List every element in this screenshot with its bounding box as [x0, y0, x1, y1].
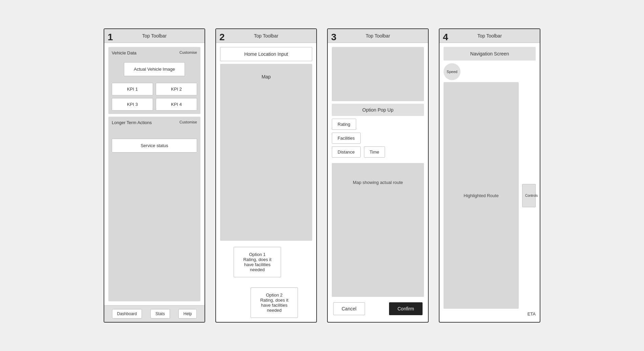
top-map-area-3	[332, 47, 424, 101]
option-2-card[interactable]: Option 2Rating, does ithave facilitiesne…	[251, 287, 298, 318]
screen-number-2: 2	[219, 32, 225, 43]
screen-2: 2 Top Toolbar Home Location Input Map Op…	[215, 28, 317, 323]
map-route-box: Map showing actual route	[332, 163, 424, 297]
screen-3: 3 Top Toolbar Option Pop Up Rating Facil…	[327, 28, 429, 323]
top-toolbar-4: Top Toolbar	[439, 29, 540, 43]
service-status-box: Service status	[112, 139, 197, 153]
screen-2-body: Home Location Input Map Option 1Rating, …	[216, 43, 316, 322]
longer-term-section: Longer Term Actions Customise Service st…	[108, 117, 200, 301]
eta-label: ETA	[444, 310, 536, 318]
home-location-input[interactable]: Home Location Input	[220, 47, 312, 61]
facilities-button[interactable]: Facilities	[332, 133, 361, 144]
option-1-card[interactable]: Option 1Rating, does ithave facilitiesne…	[234, 247, 281, 277]
vehicle-customise-link[interactable]: Customise	[179, 50, 197, 54]
screen-3-body: Option Pop Up Rating Facilities Distance…	[328, 43, 428, 322]
vehicle-data-section: Vehicle Data Customise Actual Vehicle Im…	[108, 47, 200, 114]
option-popup-bar: Option Pop Up	[332, 104, 424, 116]
bottom-nav: Dashboard Stats Help	[104, 305, 205, 322]
option-2-label: Option 2Rating, does ithave facilitiesne…	[260, 292, 288, 313]
distance-button[interactable]: Distance	[332, 146, 361, 158]
highlighted-route-label: Highlighted Route	[464, 193, 498, 198]
kpi-3: KPI 3	[112, 98, 153, 111]
top-toolbar-3: Top Toolbar	[328, 29, 428, 43]
nav-map-area: Highlighted Route	[444, 82, 519, 309]
option-1-label: Option 1Rating, does ithave facilitiesne…	[243, 252, 271, 272]
kpi-4: KPI 4	[156, 98, 197, 111]
map-area-2: Map	[220, 64, 312, 241]
screen-4: 4 Top Toolbar Navigation Screen Speed Hi…	[439, 28, 540, 323]
kpi-grid: KPI 1 KPI 2 KPI 3 KPI 4	[112, 83, 197, 111]
longer-customise-link[interactable]: Customise	[179, 120, 197, 124]
screen-number-4: 4	[443, 32, 448, 43]
action-row: Cancel Confirm	[332, 300, 424, 318]
screen-1: 1 Top Toolbar Vehicle Data Customise Act…	[104, 28, 205, 323]
screen-number-3: 3	[331, 32, 337, 43]
help-button[interactable]: Help	[178, 309, 197, 319]
controls-box[interactable]: Controls	[522, 184, 536, 207]
top-toolbar-1: Top Toolbar	[104, 29, 205, 43]
stats-button[interactable]: Stats	[150, 309, 170, 319]
navigation-screen-box: Navigation Screen	[444, 47, 536, 61]
screen-4-body: Navigation Screen Speed Highlighted Rout…	[439, 43, 540, 322]
dashboard-button[interactable]: Dashboard	[112, 309, 142, 319]
distance-time-row: Distance Time	[332, 146, 424, 160]
time-button[interactable]: Time	[364, 146, 385, 158]
kpi-2: KPI 2	[156, 83, 197, 95]
confirm-button[interactable]: Confirm	[389, 302, 423, 315]
screen-number-1: 1	[108, 32, 113, 43]
vehicle-image-box: Actual Vehicle Image	[124, 62, 185, 76]
speed-indicator: Speed	[444, 63, 460, 80]
cancel-button[interactable]: Cancel	[333, 302, 365, 315]
screen-1-body: Vehicle Data Customise Actual Vehicle Im…	[104, 43, 205, 305]
controls-sidebar: Controls	[522, 82, 536, 309]
screens-container: 1 Top Toolbar Vehicle Data Customise Act…	[90, 15, 554, 336]
top-toolbar-2: Top Toolbar	[216, 29, 316, 43]
kpi-1: KPI 1	[112, 83, 153, 95]
rating-button[interactable]: Rating	[332, 119, 356, 130]
